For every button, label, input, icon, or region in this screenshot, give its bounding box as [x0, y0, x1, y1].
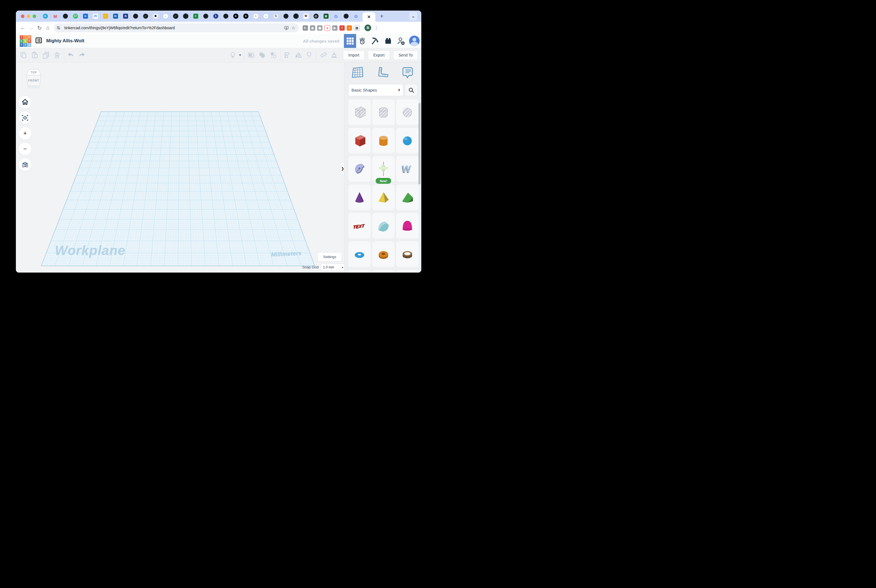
tinker-hand-icon[interactable] — [356, 34, 369, 48]
site-settings-icon[interactable] — [55, 24, 62, 32]
group-icon[interactable] — [246, 50, 257, 60]
forward-icon[interactable]: → — [27, 24, 35, 32]
tab-favicon-github[interactable] — [280, 13, 291, 19]
tab-favicon-bsky-b[interactable]: :b — [120, 13, 130, 19]
window-controls[interactable] — [21, 15, 36, 18]
tab-favicon-github[interactable] — [341, 13, 351, 19]
close-window-button[interactable] — [21, 15, 24, 18]
tab-favicon-red-house[interactable]: ⌂ — [160, 13, 170, 19]
tab-favicon-gray-s[interactable]: S — [271, 13, 280, 19]
close-tab-icon[interactable]: ✕ — [367, 15, 371, 20]
active-tab[interactable]: ✕ — [363, 12, 375, 22]
tab-favicon-github[interactable] — [201, 13, 210, 19]
tab-favicon-calendar-26[interactable]: 26 — [90, 13, 100, 19]
tab-favicon-github[interactable] — [60, 13, 70, 19]
shape-torus[interactable] — [348, 242, 370, 267]
perspective-toggle-button[interactable] — [18, 158, 32, 171]
workplane-tool-icon[interactable] — [351, 65, 364, 80]
shape-squiggle[interactable]: WW — [396, 156, 418, 182]
shape-cylinder-hole[interactable] — [372, 99, 394, 125]
extension-video-speed-icon[interactable]: ▶ — [332, 26, 338, 31]
grid-settings-button[interactable]: Settings — [317, 252, 342, 261]
duplicate-icon[interactable] — [40, 50, 51, 60]
tab-favicon-github[interactable] — [220, 13, 231, 19]
shape-box-hole[interactable] — [348, 99, 370, 125]
shape-scribble[interactable] — [348, 156, 370, 182]
dashboard-grid-button[interactable] — [344, 34, 356, 48]
bookmark-star-icon[interactable]: ☆ — [290, 24, 297, 32]
snap-magnet-icon[interactable] — [304, 50, 315, 60]
shape-category-dropdown[interactable]: Basic Shapes ▲▼ — [348, 84, 403, 96]
panel-scrollbar[interactable] — [418, 103, 420, 184]
tab-search-chevron-icon[interactable]: ⌄ — [409, 12, 417, 20]
zoom-in-button[interactable]: + — [18, 127, 32, 140]
tab-favicon-notion-n[interactable]: n — [231, 13, 241, 19]
tab-favicon-stripes[interactable]: ≡ — [250, 13, 261, 19]
shape-paraboloid[interactable] — [396, 213, 418, 238]
paste-icon[interactable] — [29, 50, 40, 60]
shape-cylinder[interactable] — [372, 128, 394, 153]
shape-search-button[interactable] — [405, 84, 418, 96]
shape-text[interactable]: TEXTTEXT — [348, 213, 370, 238]
export-button[interactable]: Export — [368, 50, 390, 60]
mirror-icon[interactable] — [292, 50, 304, 60]
send-to-button[interactable]: Send To — [393, 50, 418, 60]
tab-favicon-github-check[interactable]: ✓ — [170, 13, 180, 19]
zoom-out-button[interactable]: − — [18, 142, 32, 156]
url-text[interactable]: tinkercad.com/things/j9oYjW6ftqo/edit?re… — [64, 26, 283, 30]
tab-favicon-outlook[interactable]: o — [80, 13, 90, 19]
tab-favicon-sheets-plus[interactable]: + — [190, 13, 201, 19]
shape-sphere-hole[interactable] — [396, 99, 418, 125]
align-icon[interactable] — [282, 50, 292, 60]
shape-box[interactable] — [348, 128, 370, 153]
tab-favicon-gmail[interactable]: M — [50, 13, 60, 19]
tab-favicon-dots[interactable]: ∴ — [261, 13, 271, 19]
extension-camera-icon[interactable]: ◉ — [310, 26, 315, 31]
tab-favicon-linkedin[interactable]: in — [110, 13, 120, 19]
tab-favicon-github[interactable] — [130, 13, 140, 19]
install-app-icon[interactable] — [283, 24, 290, 32]
extension-pocket-icon[interactable]: ∨ — [324, 25, 330, 31]
browser-menu-icon[interactable]: ⋮ — [374, 26, 378, 31]
tab-favicon-wikipedia[interactable]: W — [301, 13, 311, 19]
back-icon[interactable]: ← — [19, 24, 27, 32]
reload-icon[interactable]: ↻ — [35, 24, 44, 32]
design-title[interactable]: Mighty Allis-Wolt — [46, 38, 84, 44]
show-all-bulb-icon[interactable] — [227, 50, 238, 60]
tab-favicon-one-circle[interactable]: 1 — [210, 13, 220, 19]
shape-torus-thick[interactable] — [372, 242, 394, 267]
shape-pyramid[interactable] — [372, 184, 394, 210]
browser-profile-avatar[interactable]: B — [364, 24, 371, 31]
shape-half-cylinder[interactable] — [372, 213, 394, 238]
delete-icon[interactable] — [51, 50, 63, 60]
extension-h-dot-icon[interactable]: h. — [303, 26, 308, 31]
shape-tube[interactable] — [396, 242, 418, 267]
drop-to-workplane-icon[interactable] — [328, 50, 340, 60]
view-home-button[interactable] — [18, 96, 32, 109]
shape-roof[interactable] — [396, 184, 418, 210]
undo-icon[interactable] — [65, 50, 76, 60]
shape-cone[interactable] — [348, 184, 370, 210]
shape-sphere[interactable] — [396, 128, 418, 153]
minimize-window-button[interactable] — [27, 15, 30, 18]
tab-favicon-messages-17[interactable]: 17 — [70, 13, 80, 19]
bulb-dropdown-icon[interactable]: ▼ — [239, 54, 242, 57]
extension-adblock-icon[interactable]: ! — [339, 26, 345, 31]
view-cube[interactable]: TOP FRONT — [25, 69, 42, 92]
design-menu-icon[interactable] — [35, 37, 42, 45]
tab-favicon-openai[interactable]: ✺ — [150, 13, 160, 19]
ruler-tool-icon[interactable] — [317, 50, 328, 60]
tinkercad-logo[interactable]: TINKERCAD — [20, 35, 31, 47]
tab-favicon-clock-dark[interactable]: ◴ — [311, 13, 321, 19]
extension-clipboard-icon[interactable]: ▤ — [354, 25, 360, 31]
snap-grid-dropdown[interactable]: 1.0 mm▲ — [321, 264, 344, 271]
tab-favicon-github[interactable] — [291, 13, 301, 19]
minecraft-pickaxe-icon[interactable] — [369, 34, 382, 48]
import-button[interactable]: Import — [343, 50, 365, 60]
ruler-helper-icon[interactable] — [376, 65, 390, 80]
tab-favicon-notion-n[interactable]: n — [241, 13, 250, 19]
account-avatar[interactable] — [409, 36, 420, 46]
tab-favicon-github[interactable] — [180, 13, 190, 19]
tab-favicon-yellow-doc[interactable]: • — [100, 13, 110, 19]
extension-megaphone-icon[interactable]: ◖ — [346, 26, 352, 31]
